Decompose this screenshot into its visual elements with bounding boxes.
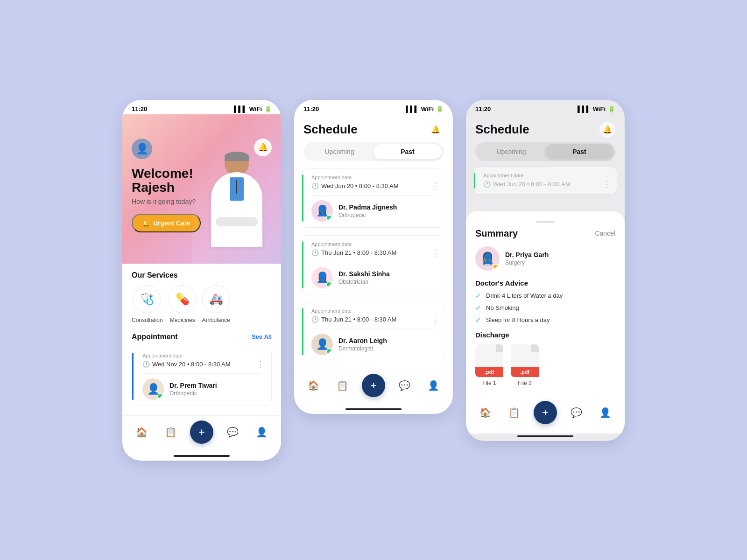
appointment-title: Appointment [132, 333, 178, 341]
online-a1 [326, 215, 332, 221]
nav-home[interactable]: 🏠 [132, 425, 151, 440]
home-indicator-1 [174, 455, 230, 457]
bottom-nav-1: 🏠 📋 + 💬 👤 [122, 415, 281, 453]
more-bg[interactable]: ⋮ [603, 180, 611, 189]
sheet-handle [536, 221, 555, 223]
advice-item-2: ✓ No Smoking [475, 304, 615, 312]
nav-home-2[interactable]: 🏠 [304, 378, 323, 393]
bg-schedule: Schedule 🔔 Upcoming Past Appointment dat… [466, 114, 625, 208]
pdf-icon-1: .pdf [475, 344, 503, 377]
tab-upcoming-2[interactable]: Upcoming [305, 144, 374, 159]
nav-profile-3[interactable]: 👤 [596, 405, 615, 420]
tab-past-2[interactable]: Past [374, 144, 442, 159]
file-item-1[interactable]: .pdf File 1 [475, 344, 503, 386]
appt-date-label: Appointment date [139, 353, 265, 358]
nav-records-2[interactable]: 📋 [333, 378, 352, 393]
nav-add-button-2[interactable]: + [362, 374, 385, 397]
summary-header: Summary Cancel [475, 228, 615, 239]
tabs-row-3: Upcoming Past [475, 142, 615, 161]
hero-section: 👤 🔔 Welcome! Rajesh How is it going toda… [122, 114, 281, 264]
service-consultation[interactable]: 🩺 Consultation [132, 285, 163, 323]
nav-chat[interactable]: 💬 [223, 425, 242, 440]
check-icon-2: ✓ [475, 304, 481, 312]
discharge-title: Discharge [475, 331, 615, 339]
signal-icon: ▌▌▌ [234, 105, 247, 112]
nav-chat-3[interactable]: 💬 [567, 405, 586, 420]
consultation-label: Consultation [132, 317, 163, 323]
ambulance-label: Ambulance [202, 317, 230, 323]
appointment-list: Appointment date 🕐 Wed Jun 20 • 8:00 - 8… [294, 168, 453, 361]
bell-button[interactable]: 🔔 [254, 139, 272, 156]
doctor-name-a2: Dr. Sakshi Sinha [338, 270, 390, 278]
bg-appt: Appointment date 🕐 Wed Jun 20 • 8:00 - 8… [466, 167, 625, 208]
appointment-card-1: Appointment date 🕐 Wed Nov 20 • 8:00 - 8… [132, 347, 272, 406]
summary-title: Summary [475, 228, 518, 239]
video-indicator [493, 264, 499, 270]
doctor-avatar-a1: 👩‍⚕️ [311, 200, 333, 222]
nav-add-button[interactable]: + [190, 420, 213, 444]
schedule-header-2: Schedule 🔔 [294, 114, 453, 142]
nav-home-3[interactable]: 🏠 [476, 405, 495, 420]
service-ambulance[interactable]: 🚑 Ambulance [202, 285, 230, 323]
cancel-button[interactable]: Cancel [595, 230, 615, 237]
more-options-button[interactable]: ⋮ [256, 360, 265, 369]
online-a2 [326, 281, 332, 288]
pdf-bar-2: .pdf [511, 367, 539, 377]
pdf-corner-1 [496, 344, 503, 352]
appt-entry-1: Appointment date 🕐 Wed Jun 20 • 8:00 - 8… [302, 168, 445, 228]
check-icon-1: ✓ [475, 292, 481, 300]
summary-doctor-row: 👩‍⚕️ Dr. Priya Garh Surgery [475, 246, 615, 271]
more-a1[interactable]: ⋮ [431, 182, 439, 190]
appt-time: 🕐 Wed Nov 20 • 8:00 - 8:30 AM [142, 361, 231, 368]
tab-past-3[interactable]: Past [545, 144, 613, 159]
urgent-care-button[interactable]: 🔔 Urgent Care [132, 214, 201, 232]
services-row: 🩺 Consultation 💊 Medicines 🚑 Ambulance [132, 285, 272, 323]
services-title: Our Services [132, 271, 178, 280]
battery-icon-2: 🔋 [436, 105, 444, 112]
home-indicator-2 [345, 408, 402, 410]
doctor-spec-a3: Dermatologist [338, 345, 387, 352]
status-bar-1: 11:20 ▌▌▌ WiFi 🔋 [122, 100, 281, 114]
doctor-spec-a2: Obstetrician [338, 279, 390, 285]
doctor-name-a1: Dr. Padma Jignesh [338, 203, 397, 211]
file-label-2: File 2 [518, 380, 531, 386]
phone-summary: 11:20 ▌▌▌ WiFi 🔋 Schedule 🔔 Upcoming Pas… [466, 100, 625, 441]
time-1: 11:20 [132, 105, 147, 112]
nav-chat-2[interactable]: 💬 [395, 378, 414, 393]
advice-text-1: Drink 4 Liters of Water a day [486, 292, 563, 299]
service-medicines[interactable]: 💊 Medicines [169, 285, 197, 323]
see-all-button[interactable]: See All [252, 333, 272, 340]
time-3: 11:20 [475, 105, 491, 112]
nav-records[interactable]: 📋 [161, 425, 180, 440]
summary-sheet: Summary Cancel 👩‍⚕️ Dr. Priya Garh Surge… [466, 211, 625, 396]
appt-entry-2: Appointment date 🕐 Thu Jun 21 • 8:00 - 8… [302, 235, 445, 294]
schedule-title-3: Schedule [475, 122, 529, 137]
more-a3[interactable]: ⋮ [431, 315, 439, 324]
nav-add-button-3[interactable]: + [534, 401, 557, 424]
clock-icon: 🕐 [142, 361, 150, 368]
doctor-name-a3: Dr. Aaron Leigh [338, 337, 387, 344]
pdf-corner-2 [531, 344, 539, 352]
signal-icon-2: ▌▌▌ [406, 105, 419, 112]
tab-upcoming-3[interactable]: Upcoming [477, 144, 545, 159]
clock-icon-a2: 🕐 [311, 249, 319, 256]
doctor-avatar-a2: 👩‍⚕️ [311, 267, 333, 288]
status-icons-3: ▌▌▌ WiFi 🔋 [578, 105, 615, 112]
clock-icon-a1: 🕐 [311, 182, 319, 189]
avatar[interactable]: 👤 [132, 139, 152, 159]
medicines-icon: 💊 [169, 285, 197, 313]
nav-profile-2[interactable]: 👤 [424, 378, 443, 393]
file-item-2[interactable]: .pdf File 2 [511, 344, 539, 386]
bell-button-2[interactable]: 🔔 [428, 122, 444, 138]
battery-icon-3: 🔋 [608, 105, 615, 112]
file-label-1: File 1 [482, 380, 496, 386]
clock-icon-a3: 🕐 [311, 316, 319, 323]
home-indicator-3 [517, 435, 573, 437]
consultation-icon: 🩺 [133, 285, 161, 313]
bell-button-3[interactable]: 🔔 [599, 122, 615, 138]
summary-doctor-name: Dr. Priya Garh [505, 251, 549, 259]
more-a2[interactable]: ⋮ [431, 249, 439, 257]
pdf-icon-2: .pdf [511, 344, 539, 377]
nav-records-3[interactable]: 📋 [505, 405, 524, 420]
nav-profile[interactable]: 👤 [252, 425, 271, 440]
